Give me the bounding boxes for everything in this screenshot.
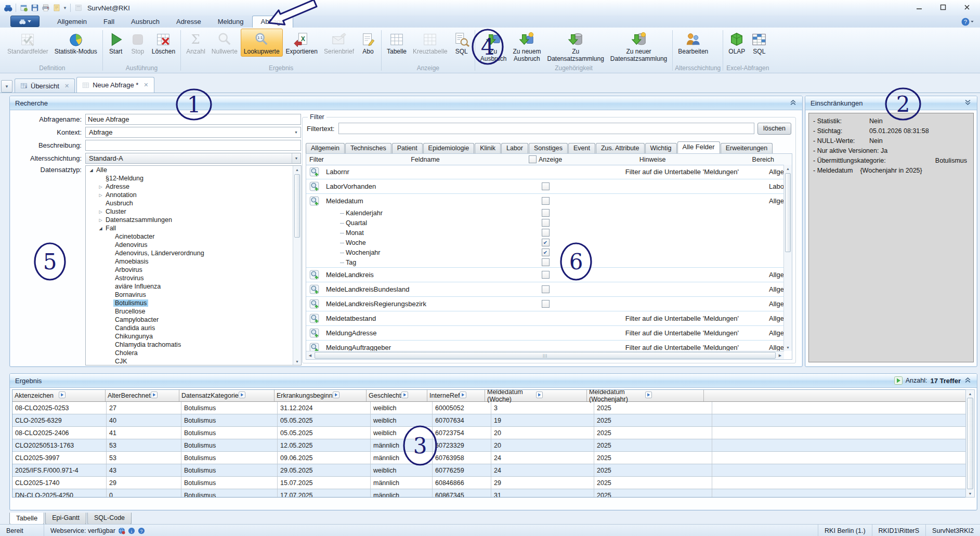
view-tab-sql-code[interactable]: SQL-Code: [87, 513, 132, 525]
tree-item-12-meldung[interactable]: §12-Meldung: [86, 174, 301, 182]
filter-tab-technisches[interactable]: Technisches: [345, 143, 391, 153]
loeschen-button[interactable]: löschen: [757, 123, 791, 135]
column-filter-icon[interactable]: [151, 391, 177, 400]
minimize-button[interactable]: [911, 2, 927, 12]
field-filter-icon[interactable]: [306, 270, 326, 280]
tree-item-botulismus[interactable]: Botulismus: [86, 299, 301, 307]
tree-item-ausbruch[interactable]: Ausbruch: [86, 199, 301, 207]
collapse-up-icon[interactable]: [964, 376, 972, 385]
filter-tab-alle-felder[interactable]: Alle Felder: [677, 141, 720, 153]
anzeige-checkbox-unchecked[interactable]: [542, 229, 550, 237]
view-tab-tabelle[interactable]: Tabelle: [9, 513, 44, 525]
menu-tab-allgemein[interactable]: Allgemein: [49, 16, 95, 28]
tree-item-cluster[interactable]: ▷Cluster: [86, 207, 301, 216]
ribbon-button-exportieren[interactable]: XExportieren: [283, 29, 321, 57]
result-row-7[interactable]: CLO2025-174029Botulismus15.07.2025männli…: [12, 477, 966, 489]
tree-item-alle[interactable]: ◢Alle: [86, 166, 301, 174]
column-filter-icon[interactable]: [645, 391, 701, 400]
result-row-3[interactable]: 08-CLO2025-240641Botulismus05.05.2025wei…: [12, 427, 966, 439]
ribbon-button-kreuztabelle[interactable]: Kreuztabelle: [410, 29, 451, 57]
anzeige-checkbox-unchecked[interactable]: [542, 219, 550, 227]
field-row-kalenderjahr[interactable]: Kalenderjahr: [306, 208, 784, 218]
menu-tab-abfrage[interactable]: Abfrage: [252, 16, 294, 28]
tree-item-acinetobacter[interactable]: Acinetobacter: [86, 232, 301, 241]
filter-column-header[interactable]: Filter: [306, 156, 326, 163]
filter-tab-epidemiologie[interactable]: Epidemiologie: [423, 143, 475, 153]
field-filter-icon[interactable]: [306, 167, 326, 177]
column-filter-icon[interactable]: [333, 391, 364, 400]
result-row-5[interactable]: CLO2025-399753Botulismus09.06.2025männli…: [12, 452, 966, 464]
result-column-header-geschlecht[interactable]: Geschlecht: [367, 390, 427, 401]
anzeige-checkbox-unchecked[interactable]: [542, 258, 550, 266]
anzeige-column-header[interactable]: Anzeige: [525, 155, 566, 163]
ribbon-button-statistik-modus[interactable]: Statistik-Modus: [51, 29, 100, 57]
field-table-vertical-scrollbar[interactable]: ▲ ▼: [783, 165, 792, 351]
close-icon[interactable]: ✕: [143, 82, 148, 88]
tree-item-candida-auris[interactable]: Candida auris: [86, 324, 301, 332]
field-filter-icon[interactable]: [306, 328, 326, 338]
tree-item-astrovirus[interactable]: Astrovirus: [86, 274, 301, 282]
ribbon-button-standardfelder[interactable]: Standardfelder: [4, 29, 51, 57]
tree-item-adresse[interactable]: ▷Adresse: [86, 182, 301, 191]
open-form-icon[interactable]: [19, 3, 29, 12]
print-icon[interactable]: [41, 3, 50, 12]
field-filter-icon[interactable]: [306, 343, 326, 351]
tree-item-adenovirus[interactable]: Adenovirus: [86, 241, 301, 249]
result-column-header-aktenzeichen[interactable]: Aktenzeichen: [12, 390, 106, 401]
ribbon-button-stop[interactable]: Stop: [127, 29, 149, 57]
anzeige-checkbox-unchecked[interactable]: [542, 182, 550, 190]
ribbon-button-lookupwerte[interactable]: 1:1Lookupwerte: [241, 29, 283, 57]
result-column-header-erkrankungsbeginn[interactable]: Erkrankungsbeginn: [275, 390, 367, 401]
filter-tab-wichtig[interactable]: Wichtig: [645, 143, 677, 153]
ribbon-button-abo[interactable]: Abo: [357, 29, 379, 57]
tree-item-chlamydia-trachomatis[interactable]: Chlamydia trachomatis: [86, 341, 301, 349]
ribbon-button-sql[interactable]: SQL: [748, 29, 770, 57]
save-icon[interactable]: [30, 3, 40, 12]
field-row-monat[interactable]: Monat: [306, 228, 784, 238]
help-button[interactable]: ?: [961, 18, 974, 26]
tree-item-campylobacter[interactable]: Campylobacter: [86, 316, 301, 324]
tab-list-dropdown[interactable]: ▼: [1, 80, 12, 93]
ribbon-button-zu-datensatzsammlung[interactable]: Zu Datensatzsammlung: [544, 29, 607, 64]
result-row-6[interactable]: 2025/IFS.F/000.971-443Botulismus29.05.20…: [12, 464, 966, 477]
anzeige-header-checkbox[interactable]: [529, 155, 537, 163]
document-tab-neue-abfrage[interactable]: Neue Abfrage *✕: [76, 77, 154, 93]
print-preview-icon[interactable]: [74, 3, 83, 12]
field-row-meldelandkreis[interactable]: MeldeLandkreisAllgemein: [306, 268, 784, 282]
anzeige-checkbox-unchecked[interactable]: [542, 300, 550, 308]
collapse-up-icon[interactable]: [789, 99, 797, 108]
field-filter-icon[interactable]: [306, 181, 326, 191]
notepad-icon[interactable]: [52, 3, 61, 12]
menu-tab-fall[interactable]: Fall: [95, 16, 123, 28]
result-row-4[interactable]: CLO20250513-176353Botulismus12.05.2025mä…: [12, 439, 966, 452]
ribbon-button-anzahl[interactable]: ΣAnzahl: [183, 29, 208, 57]
field-filter-icon[interactable]: [306, 313, 326, 323]
filter-tab-event[interactable]: Event: [568, 143, 595, 153]
kontext-combobox[interactable]: Abfrage▼: [85, 127, 301, 138]
close-icon[interactable]: ✕: [64, 83, 69, 89]
tree-item-annotation[interactable]: ▷Annotation: [86, 191, 301, 199]
filter-tab-allgemein[interactable]: Allgemein: [306, 143, 345, 153]
field-row-meldungadresse[interactable]: MeldungAdresseFilter auf die Untertabell…: [306, 326, 784, 341]
tree-item-adenovirus-länderverordnung[interactable]: Adenovirus, Länderverordnung: [86, 249, 301, 257]
close-button[interactable]: [959, 2, 975, 12]
filter-tab-erweiterungen[interactable]: Erweiterungen: [721, 143, 773, 153]
view-tab-epi-gantt[interactable]: Epi-Gantt: [45, 513, 86, 525]
field-filter-icon[interactable]: [306, 284, 326, 294]
ribbon-button-löschen[interactable]: Löschen: [149, 29, 178, 57]
field-row-tag[interactable]: Tag: [306, 257, 784, 268]
field-row-meldetatbestand[interactable]: MeldetatbestandFilter auf die Untertabel…: [306, 311, 784, 326]
tree-item-aviäre-influenza[interactable]: aviäre Influenza: [86, 282, 301, 291]
result-vertical-scrollbar[interactable]: ▲ ▼: [965, 389, 975, 498]
column-filter-icon[interactable]: [401, 391, 425, 400]
ribbon-button-sql[interactable]: SQL: [451, 29, 473, 57]
field-row-laborvorhanden[interactable]: LaborVorhandenLabor: [306, 179, 784, 194]
filter-tab-labor[interactable]: Labor: [501, 143, 528, 153]
tree-item-bornavirus[interactable]: Bornavirus: [86, 291, 301, 299]
filter-tab-zus-attribute[interactable]: Zus. Attribute: [596, 143, 645, 153]
menu-tab-adresse[interactable]: Adresse: [168, 16, 210, 28]
beschreibung-input[interactable]: [85, 140, 301, 151]
menu-tab-ausbruch[interactable]: Ausbruch: [123, 16, 168, 28]
ribbon-button-zu-ausbruch[interactable]: Zu Ausbruch: [477, 29, 510, 64]
qat-dropdown-caret[interactable]: ▼: [63, 6, 67, 10]
